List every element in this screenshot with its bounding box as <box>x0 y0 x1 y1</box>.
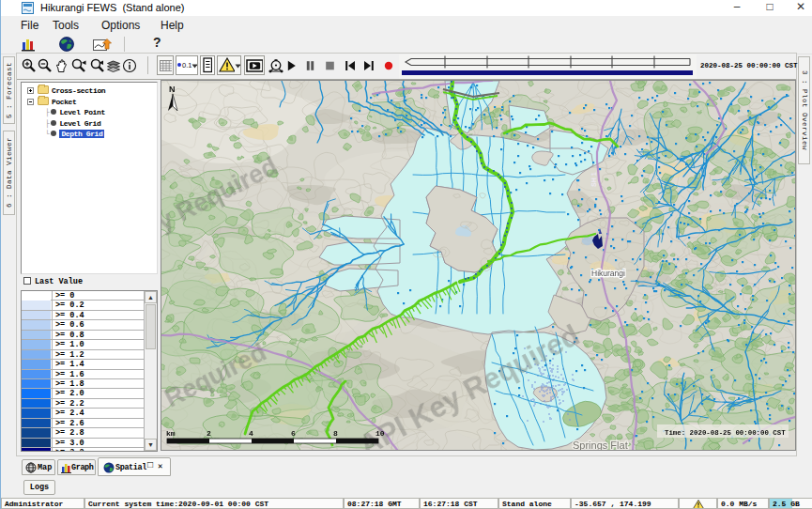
svg-text:10: 10 <box>375 429 385 438</box>
svg-text:2: 2 <box>207 429 211 438</box>
svg-text:Hikurangi: Hikurangi <box>591 269 625 278</box>
svg-text:SH 1: SH 1 <box>590 172 597 187</box>
svg-text:6: 6 <box>291 429 296 438</box>
svg-text:km: km <box>166 429 176 438</box>
svg-text:Time: 2020-08-25 00:00:00 CST: Time: 2020-08-25 00:00:00 CST <box>665 429 786 437</box>
svg-text:4: 4 <box>249 429 253 438</box>
svg-text:8: 8 <box>333 429 338 438</box>
svg-text:Springs Flat: Springs Flat <box>573 440 628 451</box>
svg-text:N: N <box>169 85 176 94</box>
